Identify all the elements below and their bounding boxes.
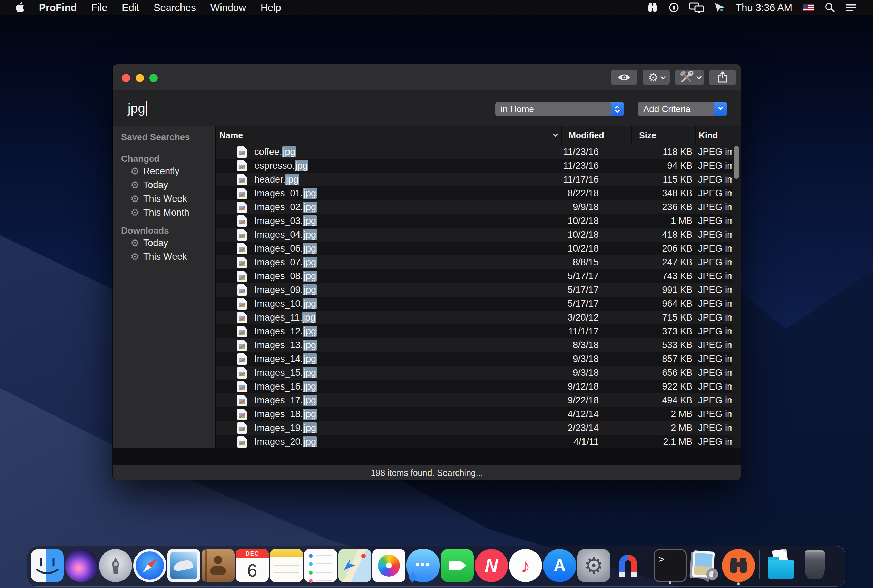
menu-clock[interactable]: Thu 3:36 AM xyxy=(736,2,792,14)
send-cursor-icon[interactable] xyxy=(714,2,725,13)
search-scope-select[interactable]: in Home xyxy=(495,102,624,116)
search-input[interactable]: jpg xyxy=(128,100,147,117)
prompt-icon: >_ xyxy=(659,554,670,565)
dock-launchpad-icon[interactable] xyxy=(99,549,132,582)
share-button[interactable] xyxy=(709,70,736,85)
file-modified-date: 9/9/18 xyxy=(561,200,632,214)
minimize-button[interactable] xyxy=(136,74,144,82)
scrollbar-thumb[interactable] xyxy=(734,146,739,179)
table-row[interactable]: Images_20.jpg 4/1/11 2.1 MB JPEG image xyxy=(216,435,741,447)
jpeg-file-icon xyxy=(237,257,247,268)
file-name: Images_09.jpg xyxy=(254,285,317,296)
sidebar-item-today[interactable]: ⚙Today xyxy=(121,178,215,192)
displays-status-icon[interactable] xyxy=(689,2,704,13)
dock-siri-icon[interactable] xyxy=(65,549,98,582)
table-row[interactable]: Images_12.jpg 11/1/17 373 KB JPEG image xyxy=(216,324,741,338)
input-source-flag-icon[interactable] xyxy=(802,4,814,11)
column-header-kind[interactable]: Kind xyxy=(695,126,741,145)
dock-finder-icon[interactable] xyxy=(31,549,64,582)
dock-app-store-icon[interactable]: A xyxy=(543,549,576,582)
file-modified-date: 9/3/18 xyxy=(561,352,632,366)
sidebar-item-this-week[interactable]: ⚙This Week xyxy=(121,192,215,206)
add-criteria-button[interactable]: Add Criteria xyxy=(638,102,727,116)
menu-app-name[interactable]: ProFind xyxy=(39,2,77,14)
sidebar-item-downloads-this-week[interactable]: ⚙This Week xyxy=(121,250,215,264)
quick-look-button[interactable] xyxy=(611,70,638,85)
scrollbar-track[interactable] xyxy=(732,145,741,447)
menu-window[interactable]: Window xyxy=(210,2,246,14)
table-row[interactable]: Images_01.jpg 8/22/18 348 KB JPEG image xyxy=(216,186,741,200)
sidebar-item-this-month[interactable]: ⚙This Month xyxy=(121,206,215,219)
column-header-modified[interactable]: Modified xyxy=(561,126,632,145)
tools-button[interactable] xyxy=(675,70,704,85)
notification-center-icon[interactable] xyxy=(845,3,857,12)
table-row[interactable]: Images_15.jpg 9/3/18 656 KB JPEG image xyxy=(216,366,741,380)
dock-system-preferences-icon[interactable]: ⚙ xyxy=(577,549,610,582)
column-header-size[interactable]: Size xyxy=(632,126,695,145)
dock-messages-icon[interactable]: ••• xyxy=(406,549,440,582)
table-row[interactable]: Images_19.jpg 2/23/14 2 MB JPEG image xyxy=(216,421,741,435)
menu-help[interactable]: Help xyxy=(261,2,281,14)
file-name: Images_01.jpg xyxy=(254,188,317,199)
sidebar-item-downloads-today[interactable]: ⚙Today xyxy=(121,236,215,250)
table-row[interactable]: Images_04.jpg 10/2/18 418 KB JPEG image xyxy=(216,228,741,242)
dock-calendar-icon[interactable]: DEC 6 xyxy=(236,549,269,582)
dock-terminal-icon[interactable]: >_ xyxy=(654,549,687,582)
table-row[interactable]: Images_07.jpg 8/8/15 247 KB JPEG image xyxy=(216,255,741,269)
dock-notes-icon[interactable] xyxy=(270,549,303,582)
search-match-highlight: jpg xyxy=(303,353,317,364)
table-row[interactable]: Images_10.jpg 5/17/17 964 KB JPEG image xyxy=(216,297,741,310)
sidebar-item-recently[interactable]: ⚙Recently xyxy=(121,164,215,178)
password-manager-icon[interactable] xyxy=(669,2,679,13)
zoom-button[interactable] xyxy=(149,74,158,82)
table-row[interactable]: espresso.jpg 11/23/16 94 KB JPEG image xyxy=(216,159,741,172)
table-row[interactable]: header.jpg 11/17/16 115 KB JPEG image xyxy=(216,172,741,186)
table-row[interactable]: Images_02.jpg 9/9/18 236 KB JPEG image xyxy=(216,200,741,214)
table-row[interactable]: Images_17.jpg 9/22/18 494 KB JPEG image xyxy=(216,393,741,407)
binoculars-status-icon[interactable] xyxy=(646,2,658,13)
table-row[interactable]: coffee.jpg 11/23/16 118 KB JPEG image xyxy=(216,145,741,159)
column-header-name[interactable]: Name xyxy=(216,126,561,145)
chevron-down-icon xyxy=(714,102,727,116)
dock-preview-icon[interactable] xyxy=(688,549,721,582)
file-name: Images_19.jpg xyxy=(254,423,317,434)
table-row[interactable]: Images_14.jpg 9/3/18 857 KB JPEG image xyxy=(216,352,741,366)
dock-profind-icon[interactable] xyxy=(722,549,755,582)
table-row[interactable]: Images_08.jpg 5/17/17 743 KB JPEG image xyxy=(216,269,741,283)
table-row[interactable]: Images_03.jpg 10/2/18 1 MB JPEG image xyxy=(216,214,741,228)
table-row[interactable]: Images_06.jpg 10/2/18 206 KB JPEG image xyxy=(216,242,741,255)
close-button[interactable] xyxy=(122,74,130,82)
menu-edit[interactable]: Edit xyxy=(122,2,139,14)
dock-maps-icon[interactable] xyxy=(338,549,371,582)
file-size: 1 MB xyxy=(632,214,695,228)
table-row[interactable]: Images_11.jpg 3/20/12 715 KB JPEG image xyxy=(216,310,741,324)
table-row[interactable]: Images_13.jpg 8/3/18 533 KB JPEG image xyxy=(216,338,741,352)
file-name: Images_03.jpg xyxy=(254,216,317,226)
menu-file[interactable]: File xyxy=(92,2,108,14)
scope-selected-value: in Home xyxy=(495,104,611,115)
dock-photos-icon[interactable] xyxy=(372,549,405,582)
table-row[interactable]: Images_16.jpg 9/12/18 922 KB JPEG image xyxy=(216,380,741,393)
dock-mail-icon[interactable] xyxy=(167,549,201,582)
dock-facetime-icon[interactable] xyxy=(441,549,474,582)
jpeg-file-icon xyxy=(237,215,247,227)
dock-reminders-icon[interactable] xyxy=(304,549,337,582)
spotlight-search-icon[interactable] xyxy=(825,2,835,13)
dock-trash-icon[interactable] xyxy=(798,549,831,582)
dock-downloads-folder-icon[interactable] xyxy=(764,549,797,582)
actions-button[interactable]: ⚙ xyxy=(642,70,670,85)
window-titlebar[interactable]: ⚙ xyxy=(113,64,741,90)
sidebar-section-changed: Changed xyxy=(121,153,215,164)
menu-searches[interactable]: Searches xyxy=(153,2,196,14)
search-match-highlight: jpg xyxy=(303,270,317,282)
dock-music-icon[interactable]: ♪ xyxy=(509,549,542,582)
table-row[interactable]: Images_09.jpg 5/17/17 991 KB JPEG image xyxy=(216,283,741,297)
table-row[interactable]: Images_18.jpg 4/12/14 2 MB JPEG image xyxy=(216,407,741,421)
add-criteria-label: Add Criteria xyxy=(638,104,714,115)
dock-contacts-icon[interactable] xyxy=(201,549,235,582)
dock-safari-icon[interactable] xyxy=(133,549,166,582)
file-name: coffee.jpg xyxy=(254,147,296,158)
dock-news-icon[interactable]: N xyxy=(475,549,508,582)
apple-menu-icon[interactable] xyxy=(15,2,24,13)
dock-magnet-icon[interactable] xyxy=(612,549,645,582)
